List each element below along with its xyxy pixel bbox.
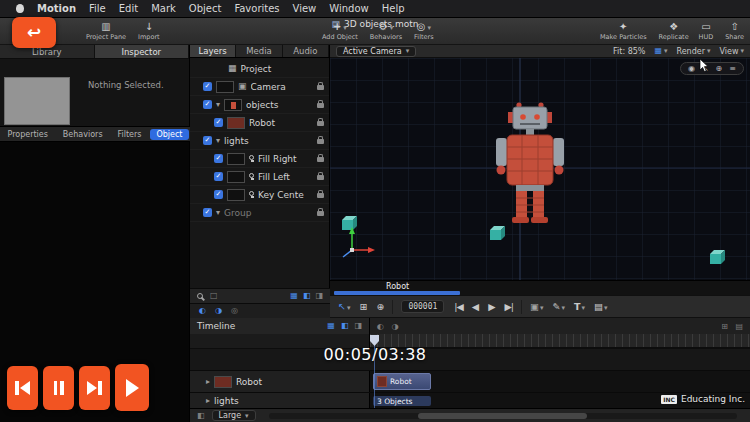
camera-view-menu[interactable]: Active Camera bbox=[336, 46, 416, 57]
menu-item-motion[interactable]: Motion bbox=[37, 3, 76, 14]
lock-icon[interactable] bbox=[317, 157, 324, 162]
import-button[interactable]: Import bbox=[138, 21, 160, 41]
visibility-checkbox[interactable] bbox=[203, 100, 212, 109]
transform-tool-button[interactable] bbox=[359, 302, 367, 312]
make-particles-button[interactable]: Make Particles bbox=[600, 21, 647, 41]
text-tool-button[interactable] bbox=[574, 302, 585, 312]
visibility-checkbox[interactable] bbox=[214, 190, 223, 199]
search-icon[interactable] bbox=[197, 293, 203, 299]
lock-icon[interactable] bbox=[317, 211, 324, 216]
disclosure-triangle-icon[interactable] bbox=[206, 396, 210, 405]
next-lesson-button[interactable] bbox=[79, 366, 110, 410]
keyframe-view-icon[interactable] bbox=[341, 322, 349, 330]
current-frame-field[interactable]: 000001 bbox=[401, 300, 444, 313]
grid-view-icon[interactable] bbox=[290, 292, 298, 300]
menu-item-file[interactable]: File bbox=[89, 3, 106, 14]
project-pane-button[interactable]: Project Pane bbox=[86, 21, 126, 41]
filter-box-icon[interactable] bbox=[210, 292, 218, 300]
show-behaviors-icon[interactable] bbox=[377, 323, 384, 331]
tab-inspector[interactable]: Inspector bbox=[95, 45, 190, 58]
visibility-checkbox[interactable] bbox=[203, 82, 212, 91]
lock-icon[interactable] bbox=[317, 85, 324, 90]
layout-menu-button[interactable] bbox=[594, 302, 608, 312]
track-display-icon[interactable] bbox=[735, 323, 743, 331]
menu-item-edit[interactable]: Edit bbox=[119, 3, 138, 14]
disclosure-triangle-icon[interactable] bbox=[216, 208, 220, 217]
timeline-scrollbar[interactable] bbox=[269, 413, 737, 419]
visibility-checkbox[interactable] bbox=[203, 208, 212, 217]
layer-row-lights-group[interactable]: lights bbox=[190, 132, 329, 150]
menu-item-object[interactable]: Object bbox=[189, 3, 222, 14]
lock-icon[interactable] bbox=[317, 121, 324, 126]
play-lesson-button[interactable] bbox=[115, 364, 149, 411]
view-menu[interactable]: View bbox=[720, 47, 745, 56]
go-to-start-button[interactable] bbox=[454, 302, 463, 312]
visibility-checkbox[interactable] bbox=[214, 154, 223, 163]
split-view-icon[interactable] bbox=[303, 292, 311, 300]
canvas-viewport[interactable] bbox=[330, 58, 750, 280]
play-button[interactable] bbox=[488, 302, 495, 312]
go-to-end-button[interactable] bbox=[504, 302, 513, 312]
timeline-clip-robot[interactable]: Robot bbox=[373, 373, 431, 390]
visibility-checkbox[interactable] bbox=[214, 172, 223, 181]
add-object-button[interactable]: Add Object bbox=[322, 21, 358, 41]
camera-menu-button[interactable] bbox=[530, 302, 544, 312]
menu-item-favorites[interactable]: Favorites bbox=[234, 3, 279, 14]
layer-row-camera[interactable]: Camera bbox=[190, 78, 329, 96]
track-height-icon[interactable] bbox=[197, 412, 205, 420]
pause-button[interactable] bbox=[43, 366, 74, 410]
3d-scene[interactable] bbox=[330, 58, 750, 280]
filters-button[interactable]: Filters bbox=[414, 21, 433, 41]
back-button[interactable] bbox=[12, 17, 56, 48]
zoom-fit-menu[interactable]: Fit: 85% bbox=[613, 47, 645, 56]
step-back-button[interactable] bbox=[472, 302, 479, 312]
previous-lesson-button[interactable] bbox=[7, 366, 38, 410]
timeline-group-bar[interactable]: 3 Objects bbox=[373, 396, 431, 406]
cube-object[interactable] bbox=[710, 250, 725, 264]
layer-row-fill-right[interactable]: Fill Right bbox=[190, 150, 329, 168]
eye-icon[interactable] bbox=[688, 65, 695, 73]
menu-item-window[interactable]: Window bbox=[329, 3, 368, 14]
track-size-menu[interactable]: Large bbox=[212, 410, 256, 421]
layer-row-objects-group[interactable]: objects bbox=[190, 96, 329, 114]
tab-layers[interactable]: Layers bbox=[190, 45, 236, 57]
layer-row-key-center[interactable]: Key Cente bbox=[190, 186, 329, 204]
behaviors-button[interactable]: Behaviors bbox=[370, 21, 402, 41]
show-filters-icon[interactable] bbox=[392, 323, 399, 331]
behaviors-toggle-icon[interactable] bbox=[199, 307, 206, 315]
lock-icon[interactable] bbox=[317, 175, 324, 180]
layer-row-robot[interactable]: Robot bbox=[190, 114, 329, 132]
tab-filters[interactable]: Filters bbox=[112, 129, 148, 140]
layer-row-group[interactable]: Group bbox=[190, 204, 329, 222]
disclosure-triangle-icon[interactable] bbox=[216, 136, 220, 145]
layer-row-fill-left[interactable]: Fill Left bbox=[190, 168, 329, 186]
menu-item-view[interactable]: View bbox=[293, 3, 317, 14]
disclosure-triangle-icon[interactable] bbox=[206, 377, 210, 386]
timeline-view-icon[interactable] bbox=[327, 322, 335, 330]
scrollbar-thumb[interactable] bbox=[418, 413, 587, 419]
tab-properties[interactable]: Properties bbox=[1, 129, 53, 140]
layer-row-project[interactable]: Project bbox=[190, 60, 329, 78]
lock-icon[interactable] bbox=[317, 193, 324, 198]
cube-object[interactable] bbox=[342, 216, 357, 230]
tab-object[interactable]: Object bbox=[150, 129, 188, 140]
paint-tool-button[interactable] bbox=[552, 302, 564, 312]
snap-icon[interactable] bbox=[721, 323, 728, 331]
audio-view-icon[interactable] bbox=[354, 322, 362, 330]
menu-item-mark[interactable]: Mark bbox=[151, 3, 176, 14]
disclosure-triangle-icon[interactable] bbox=[216, 100, 220, 109]
timeline-track-robot[interactable]: Robot Robot bbox=[190, 370, 750, 392]
visibility-checkbox[interactable] bbox=[214, 118, 223, 127]
keyframes-toggle-icon[interactable] bbox=[231, 307, 238, 315]
cube-object[interactable] bbox=[490, 226, 505, 240]
list-view-icon[interactable] bbox=[315, 292, 323, 300]
apple-icon[interactable] bbox=[16, 4, 24, 13]
menu-item-help[interactable]: Help bbox=[382, 3, 405, 14]
tab-audio[interactable]: Audio bbox=[283, 45, 329, 57]
lock-icon[interactable] bbox=[317, 139, 324, 144]
replicate-button[interactable]: Replicate bbox=[659, 21, 689, 41]
visibility-checkbox[interactable] bbox=[203, 136, 212, 145]
render-menu[interactable]: Render bbox=[677, 47, 711, 56]
pan-tool-button[interactable] bbox=[376, 302, 384, 312]
tab-behaviors[interactable]: Behaviors bbox=[57, 129, 109, 140]
